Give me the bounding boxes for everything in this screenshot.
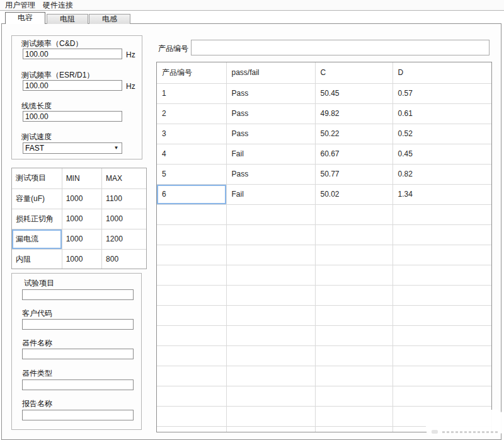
table-cell[interactable]: 50.45 xyxy=(315,83,392,103)
table-cell[interactable]: Fail xyxy=(226,144,315,164)
table-cell[interactable]: Pass xyxy=(226,83,315,103)
table-cell[interactable] xyxy=(157,406,226,426)
table-cell[interactable] xyxy=(315,265,392,285)
table-cell[interactable] xyxy=(157,426,226,432)
table-cell[interactable]: 4 xyxy=(157,144,226,164)
menu-user-management[interactable]: 用户管理 xyxy=(5,0,35,11)
table-row-empty xyxy=(157,345,492,366)
table-cell[interactable] xyxy=(157,265,226,285)
table-cell[interactable]: 1 xyxy=(157,83,226,103)
table-cell[interactable] xyxy=(392,386,492,406)
cable-length-input[interactable] xyxy=(23,111,122,122)
table-cell[interactable]: 0.52 xyxy=(392,124,492,144)
table-cell[interactable] xyxy=(226,406,315,426)
table-cell[interactable] xyxy=(392,366,492,386)
table-cell[interactable]: 50.77 xyxy=(315,164,392,184)
table-cell[interactable] xyxy=(315,345,392,366)
table-cell[interactable] xyxy=(392,224,492,245)
table-cell[interactable] xyxy=(392,345,492,366)
table-cell[interactable] xyxy=(392,285,492,305)
table-cell[interactable] xyxy=(226,366,315,386)
limits-cell[interactable]: 1100 xyxy=(102,188,146,209)
table-cell[interactable] xyxy=(157,386,226,406)
freq-cd-input[interactable] xyxy=(23,49,122,59)
table-cell[interactable]: 6 xyxy=(157,184,226,204)
table-cell[interactable]: 49.82 xyxy=(315,103,392,124)
table-cell[interactable]: 50.02 xyxy=(315,184,392,204)
limits-cell[interactable]: 1000 xyxy=(102,209,146,229)
table-cell[interactable] xyxy=(157,366,226,386)
table-cell[interactable]: 2 xyxy=(157,103,226,124)
table-cell[interactable] xyxy=(315,325,392,345)
table-cell[interactable] xyxy=(392,305,492,325)
table-cell[interactable]: 0.57 xyxy=(392,83,492,103)
table-cell[interactable] xyxy=(226,305,315,325)
table-cell[interactable] xyxy=(226,245,315,265)
table-cell[interactable]: Pass xyxy=(226,164,315,184)
table-cell[interactable]: 3 xyxy=(157,124,226,144)
table-cell[interactable] xyxy=(157,325,226,345)
table-cell[interactable] xyxy=(157,245,226,265)
limits-cell[interactable]: 容量(uF) xyxy=(12,188,62,209)
table-cell[interactable] xyxy=(226,285,315,305)
customer-code-input[interactable] xyxy=(22,319,134,330)
tab-inductor[interactable]: 电感 xyxy=(89,14,130,24)
limits-row: 内阻1000800 xyxy=(12,249,146,269)
table-cell[interactable] xyxy=(392,265,492,285)
table-cell[interactable]: Pass xyxy=(226,103,315,124)
table-cell[interactable] xyxy=(315,245,392,265)
table-cell[interactable]: Pass xyxy=(226,124,315,144)
limits-cell[interactable]: 1000 xyxy=(62,229,101,249)
table-cell[interactable]: 1.34 xyxy=(392,184,492,204)
table-cell[interactable] xyxy=(226,204,315,224)
limits-cell[interactable]: 1000 xyxy=(62,188,101,209)
table-cell[interactable] xyxy=(315,366,392,386)
table-cell[interactable] xyxy=(157,345,226,366)
test-item-input[interactable] xyxy=(22,289,134,300)
limits-cell[interactable]: 1200 xyxy=(102,229,146,249)
table-cell[interactable] xyxy=(392,245,492,265)
limits-cell[interactable]: 损耗正切角 xyxy=(12,209,62,229)
table-cell[interactable]: 0.61 xyxy=(392,103,492,124)
table-cell[interactable]: 0.82 xyxy=(392,164,492,184)
table-cell[interactable] xyxy=(392,204,492,224)
menu-hardware-connection[interactable]: 硬件连接 xyxy=(43,0,73,11)
table-cell[interactable]: 60.67 xyxy=(315,144,392,164)
table-cell[interactable] xyxy=(315,285,392,305)
tab-capacitor[interactable]: 电容 xyxy=(5,12,45,24)
table-cell[interactable] xyxy=(226,426,315,432)
table-cell[interactable] xyxy=(157,204,226,224)
table-cell[interactable]: 50.22 xyxy=(315,124,392,144)
limits-cell[interactable]: 内阻 xyxy=(12,249,62,269)
device-type-input[interactable] xyxy=(22,379,134,390)
freq-esr-input[interactable] xyxy=(23,80,122,91)
table-cell[interactable] xyxy=(315,305,392,325)
limits-cell[interactable]: 800 xyxy=(102,249,146,269)
table-cell[interactable] xyxy=(226,325,315,345)
table-cell[interactable]: Fail xyxy=(226,184,315,204)
limits-cell[interactable]: 1000 xyxy=(62,249,101,269)
table-cell[interactable] xyxy=(315,224,392,245)
limits-cell[interactable]: 1000 xyxy=(62,209,101,229)
limits-cell[interactable]: 漏电流 xyxy=(12,229,62,249)
chevron-down-icon[interactable]: ▼ xyxy=(112,144,121,153)
test-speed-dropdown[interactable]: FAST ▼ xyxy=(23,142,122,154)
table-cell[interactable] xyxy=(157,305,226,325)
table-cell[interactable] xyxy=(315,386,392,406)
table-cell[interactable] xyxy=(315,406,392,426)
table-cell[interactable] xyxy=(226,265,315,285)
table-cell[interactable] xyxy=(226,345,315,366)
report-name-input[interactable] xyxy=(22,410,134,420)
table-cell[interactable] xyxy=(157,224,226,245)
table-cell[interactable] xyxy=(226,386,315,406)
table-cell[interactable]: 5 xyxy=(157,164,226,184)
device-name-input[interactable] xyxy=(22,349,134,359)
table-cell[interactable] xyxy=(315,204,392,224)
table-cell[interactable] xyxy=(226,224,315,245)
table-cell[interactable] xyxy=(392,325,492,345)
table-cell[interactable] xyxy=(157,285,226,305)
product-no-input[interactable] xyxy=(191,40,490,55)
tab-resistor[interactable]: 电阻 xyxy=(47,14,88,24)
table-cell[interactable]: 0.45 xyxy=(392,144,492,164)
table-cell[interactable] xyxy=(315,426,392,432)
